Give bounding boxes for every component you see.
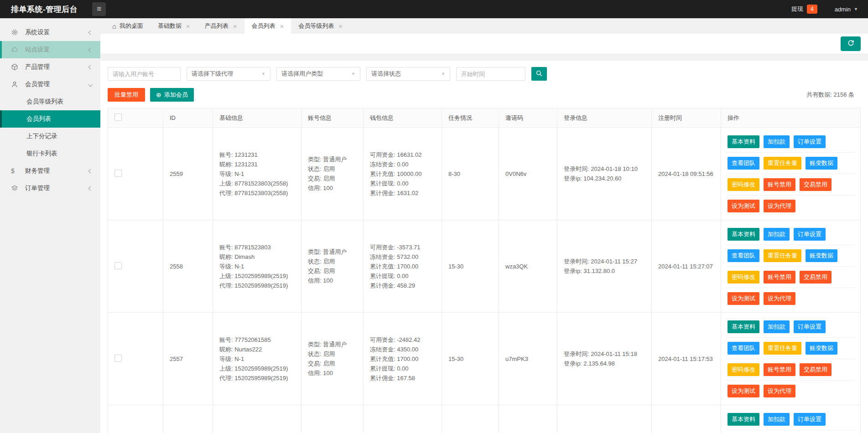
adjust-balance-button[interactable]: 加扣款 — [764, 135, 790, 148]
tab-desktop[interactable]: ⌂我的桌面 — [105, 18, 151, 34]
set-agent-button[interactable]: 设为代理 — [764, 200, 795, 212]
select-all-checkbox[interactable] — [114, 113, 122, 121]
adjust-balance-button[interactable]: 加扣款 — [764, 228, 790, 241]
tab-member-level-list[interactable]: 会员等级列表× — [291, 18, 350, 34]
balance-log-button[interactable]: 账变数据 — [806, 342, 837, 355]
column-header: 邀请码 — [499, 108, 557, 128]
chevron-left-icon — [88, 30, 93, 35]
change-password-button[interactable]: 密码修改 — [728, 271, 759, 284]
order-settings-button[interactable]: 订单设置 — [794, 413, 826, 426]
set-agent-button[interactable]: 设为代理 — [764, 385, 795, 397]
set-test-button[interactable]: 设为测试 — [728, 200, 759, 212]
profile-button[interactable]: 基本资料 — [728, 228, 759, 241]
row-checkbox[interactable] — [114, 355, 122, 362]
balance-log-button[interactable]: 账变数据 — [806, 249, 837, 262]
row-checkbox[interactable] — [114, 170, 122, 177]
sidebar-item-member-level-list[interactable]: 会员等级列表 — [0, 93, 100, 110]
disable-trade-button[interactable]: 交易禁用 — [800, 271, 832, 284]
base-info-cell-line: 账号: 1231231 — [219, 150, 295, 160]
reset-tasks-button[interactable]: 重置任务量 — [764, 157, 801, 170]
profile-button[interactable]: 基本资料 — [728, 320, 759, 333]
set-agent-button[interactable]: 设为代理 — [764, 292, 795, 305]
close-icon[interactable]: × — [186, 23, 190, 30]
withdraw-count-badge[interactable]: 4 — [807, 5, 817, 14]
plus-circle-icon: ⊕ — [156, 91, 161, 98]
login-info-cell: 登录时间: 2024-01-11 15:18登录ip: 2.135.64.98 — [557, 313, 652, 405]
sidebar-item-member-list-label: 会员列表 — [26, 115, 51, 123]
withdraw-link[interactable]: 提现 — [791, 5, 803, 13]
close-icon[interactable]: × — [233, 23, 237, 30]
sidebar-item-member-management[interactable]: 会员管理 — [0, 76, 100, 93]
close-icon[interactable]: × — [338, 23, 343, 30]
sidebar-item-system-settings-label: 系统设置 — [25, 28, 50, 36]
refresh-button[interactable] — [841, 36, 861, 51]
order-settings-button[interactable]: 订单设置 — [794, 135, 826, 148]
task-cell: 8-30 — [442, 128, 499, 220]
app-title: 排单系统-管理后台 — [0, 4, 78, 15]
search-button[interactable] — [531, 67, 547, 81]
order-settings-button[interactable]: 订单设置 — [794, 320, 826, 333]
view-team-button[interactable]: 查看团队 — [728, 157, 759, 170]
chevron-down-icon: ▼ — [351, 72, 355, 76]
sidebar-item-site-settings[interactable]: 站点设置 — [0, 41, 100, 58]
account-info-cell-line: 交易: 启用 — [308, 174, 357, 183]
divider — [100, 54, 868, 61]
start-time-input[interactable] — [456, 67, 525, 81]
order-icon — [11, 185, 19, 192]
disable-trade-button[interactable]: 交易禁用 — [800, 178, 832, 191]
disable-account-button[interactable]: 账号禁用 — [764, 363, 795, 376]
tab-product-list[interactable]: 产品列表× — [198, 18, 244, 34]
disable-account-button[interactable]: 账号禁用 — [764, 178, 795, 191]
account-info-cell: 类型: 普通用户状态: 启用交易: 启用信用: 100 — [301, 128, 364, 220]
reset-tasks-button[interactable]: 重置任务量 — [764, 249, 801, 262]
action-button-row: 基本资料加扣款订单设置 — [727, 316, 855, 338]
row-checkbox[interactable] — [114, 262, 122, 269]
close-icon[interactable]: × — [280, 23, 284, 30]
invite-code-cell — [499, 405, 557, 433]
tab-basic-data-label: 基础数据 — [158, 22, 182, 30]
sidebar-item-updown-records[interactable]: 上下分记录 — [0, 128, 100, 145]
sidebar-item-product-management[interactable]: 产品管理 — [0, 58, 100, 76]
user-type-select[interactable]: 请选择用户类型 ▼ — [276, 67, 360, 81]
account-info-cell-line: 类型: 普通用户 — [308, 340, 357, 349]
sidebar-item-order-management[interactable]: 订单管理 — [0, 180, 100, 197]
profile-button[interactable]: 基本资料 — [728, 135, 759, 148]
profile-button[interactable]: 基本资料 — [728, 413, 759, 426]
account-info-cell-line: 信用: 100 — [308, 368, 357, 378]
account-info-cell-line: 信用: 100 — [308, 183, 357, 193]
change-password-button[interactable]: 密码修改 — [728, 178, 759, 191]
base-info-cell-line: 等级: N-1 — [219, 262, 295, 271]
column-header: 钱包信息 — [364, 108, 442, 128]
sidebar-item-order-management-label: 订单管理 — [25, 184, 50, 192]
balance-log-button[interactable]: 账变数据 — [806, 157, 837, 170]
sidebar-item-finance-management[interactable]: $财务管理 — [0, 162, 100, 180]
main-area: ⌂我的桌面基础数据×产品列表×会员列表×会员等级列表× 请选择下级代理 ▼ 请选… — [100, 18, 868, 433]
agent-select[interactable]: 请选择下级代理 ▼ — [187, 67, 270, 81]
change-password-button[interactable]: 密码修改 — [728, 363, 759, 376]
base-info-cell-line: 账号: 77752061585 — [219, 335, 295, 345]
set-test-button[interactable]: 设为测试 — [728, 292, 759, 305]
order-settings-button[interactable]: 订单设置 — [794, 228, 826, 241]
account-input[interactable] — [108, 67, 181, 81]
column-header: 登录信息 — [557, 108, 652, 128]
adjust-balance-button[interactable]: 加扣款 — [764, 320, 790, 333]
user-menu[interactable]: admin — [835, 6, 851, 13]
disable-trade-button[interactable]: 交易禁用 — [800, 363, 832, 376]
set-test-button[interactable]: 设为测试 — [728, 385, 759, 397]
adjust-balance-button[interactable]: 加扣款 — [764, 413, 790, 426]
wallet-info-cell: 可用资金: -3573.71冻结资金: 5732.00累计充值: 1700.00… — [364, 220, 442, 313]
base-info-cell-line: 昵称: 1231231 — [219, 160, 295, 169]
add-member-button[interactable]: ⊕ 添加会员 — [150, 88, 194, 102]
tab-member-list[interactable]: 会员列表× — [244, 18, 291, 34]
sidebar-item-member-list[interactable]: 会员列表 — [0, 110, 100, 128]
status-select[interactable]: 请选择状态 ▼ — [366, 67, 450, 81]
tab-basic-data[interactable]: 基础数据× — [151, 18, 198, 34]
batch-disable-button[interactable]: 批量禁用 — [108, 88, 145, 102]
view-team-button[interactable]: 查看团队 — [728, 249, 759, 262]
reset-tasks-button[interactable]: 重置任务量 — [764, 342, 801, 355]
disable-account-button[interactable]: 账号禁用 — [764, 271, 795, 284]
sidebar-item-bank-card-list[interactable]: 银行卡列表 — [0, 145, 100, 162]
view-team-button[interactable]: 查看团队 — [728, 342, 759, 355]
hamburger-menu-icon[interactable]: ≡ — [92, 2, 106, 16]
sidebar-item-system-settings[interactable]: 系统设置 — [0, 24, 100, 41]
